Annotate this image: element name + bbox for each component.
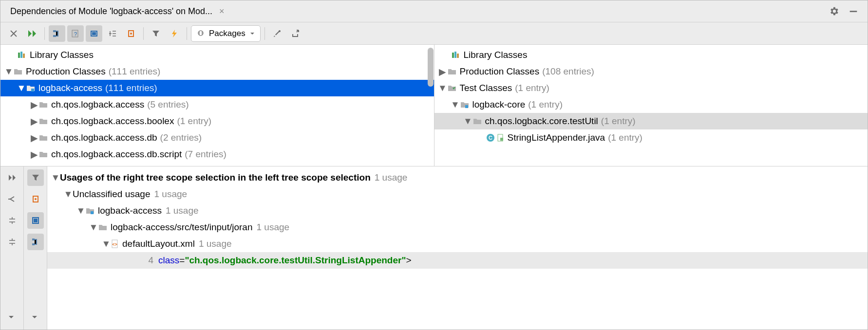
module-icon <box>26 84 36 92</box>
chevron-down-icon: ▼ <box>89 222 98 233</box>
group-by-dropdown[interactable]: Packages <box>191 25 261 42</box>
node-label: ch.qos.logback.core.testUtil <box>485 116 598 127</box>
left-tree-panel: Library Classes ▼ Production Classes (11… <box>0 45 434 166</box>
tree-node-package[interactable]: ▶ ch.qos.logback.access.db.script (7 ent… <box>0 146 434 163</box>
svg-rect-15 <box>452 53 454 58</box>
svg-rect-6 <box>92 32 96 35</box>
separator <box>264 27 265 40</box>
right-tree-panel: Library Classes ▶ Production Classes (10… <box>434 45 868 166</box>
scope-button[interactable] <box>123 25 139 42</box>
svg-rect-0 <box>850 11 857 12</box>
tree-node-library[interactable]: Library Classes <box>434 47 868 63</box>
node-entries: (1 entry) <box>601 116 636 127</box>
svg-point-8 <box>130 33 132 35</box>
close-icon[interactable]: × <box>219 6 225 17</box>
expand-button[interactable] <box>104 25 121 42</box>
usages-module[interactable]: ▼ logback-access 1 usage <box>47 202 868 219</box>
chevron-down-icon: ▼ <box>64 189 73 200</box>
usages-code-line[interactable]: 4 class="ch.qos.logback.core.testUtil.St… <box>47 252 868 269</box>
node-label: ch.qos.logback.access <box>51 99 144 110</box>
usages-heading[interactable]: ▼ Usages of the right tree scope selecti… <box>47 169 868 186</box>
tree-node-test-classes[interactable]: ▼ Test Classes (1 entry) <box>434 80 868 96</box>
scope-button[interactable] <box>27 191 44 207</box>
folder-icon <box>98 223 108 232</box>
svg-rect-17 <box>457 54 459 58</box>
chevron-right-icon: ▶ <box>30 149 38 160</box>
usages-toolbar-primary <box>0 166 24 330</box>
scrollbar[interactable] <box>428 48 434 87</box>
package-icon <box>38 150 48 159</box>
close-button[interactable] <box>5 25 22 42</box>
more-button[interactable] <box>4 310 20 326</box>
export-button[interactable] <box>287 25 304 42</box>
node-label: ch.qos.logback.access.boolex <box>51 116 174 127</box>
node-label: Production Classes <box>26 66 106 77</box>
back-button[interactable] <box>4 191 20 207</box>
tree-node-package[interactable]: ▶ ch.qos.logback.access.db (2 entries) <box>0 129 434 146</box>
svg-rect-18 <box>465 105 468 108</box>
usages-file[interactable]: ▼ <> defaultLayout.xml 1 usage <box>47 236 868 252</box>
module-icon <box>460 100 470 109</box>
collapse-all-button[interactable] <box>4 212 20 229</box>
autoscroll-button[interactable] <box>86 25 102 42</box>
tree-node-package[interactable]: ▶ ch.qos.logback.access (5 entries) <box>0 96 434 113</box>
tree-node-file-stringlistappender[interactable]: C StringListAppender.java (1 entry) <box>434 129 868 146</box>
chevron-down-icon: ▼ <box>451 99 460 110</box>
usages-toolbar-secondary <box>24 166 47 330</box>
package-icon <box>38 100 48 109</box>
node-entries: (7 entries) <box>185 149 226 160</box>
filter-button[interactable] <box>148 25 164 42</box>
node-label: Library Classes <box>30 50 94 60</box>
node-label: ch.qos.logback.access.db.script <box>51 149 182 160</box>
flatten-modules-button[interactable] <box>49 25 65 42</box>
usages-panel: ▼ Usages of the right tree scope selecti… <box>0 166 868 330</box>
rerun-button[interactable] <box>24 25 40 42</box>
node-entries: (1 entry) <box>515 83 549 93</box>
tree-node-module-logback-access[interactable]: ▼ logback-access (111 entries) <box>0 80 434 96</box>
separator <box>44 27 45 40</box>
svg-text:?: ? <box>74 31 77 37</box>
svg-rect-22 <box>500 138 503 141</box>
chevron-down-icon: ▼ <box>438 83 447 93</box>
node-label: Test Classes <box>460 83 512 93</box>
tree-node-package-testutil[interactable]: ▼ ch.qos.logback.core.testUtil (1 entry) <box>434 113 868 129</box>
filter-button[interactable] <box>27 169 44 186</box>
lightning-button[interactable] <box>166 25 183 42</box>
tab-dependencies[interactable]: Dependencies of Module 'logback-access' … <box>4 0 230 22</box>
package-icon <box>472 117 482 126</box>
tree-node-production[interactable]: ▼ Production Classes (111 entries) <box>0 63 434 80</box>
tree-node-library[interactable]: Library Classes <box>0 47 434 63</box>
node-entries: (1 entry) <box>177 116 211 127</box>
minimize-icon[interactable] <box>848 6 859 17</box>
tree-node-module-logback-core[interactable]: ▼ logback-core (1 entry) <box>434 96 868 113</box>
preview-button[interactable] <box>27 212 44 229</box>
usages-tree: ▼ Usages of the right tree scope selecti… <box>47 166 868 330</box>
settings-button[interactable] <box>269 25 285 42</box>
chevron-down-icon: ▼ <box>17 83 26 93</box>
library-icon <box>451 51 461 59</box>
heading-label: Usages of the right tree scope selection… <box>60 172 371 183</box>
next-button[interactable] <box>4 169 20 186</box>
usages-directory[interactable]: ▼ logback-access/src/test/input/joran 1 … <box>47 219 868 236</box>
tree-node-production[interactable]: ▶ Production Classes (108 entries) <box>434 63 868 80</box>
folder-icon <box>13 67 23 76</box>
code-value: ch.qos.logback.core.testUtil.StringListA… <box>189 255 401 266</box>
show-files-button[interactable]: ? <box>67 25 84 42</box>
group-button[interactable] <box>27 234 44 250</box>
java-file-icon <box>497 134 505 142</box>
chevron-right-icon: ▶ <box>438 66 447 77</box>
svg-rect-1 <box>53 30 56 32</box>
svg-point-24 <box>35 198 37 200</box>
usages-unclassified[interactable]: ▼ Unclassified usage 1 usage <box>47 186 868 202</box>
node-entries: (111 entries) <box>105 83 157 93</box>
gear-icon[interactable] <box>829 6 839 17</box>
more-button[interactable] <box>27 310 44 326</box>
node-entries: (108 entries) <box>542 66 594 77</box>
node-entries: (1 entry) <box>608 132 642 143</box>
node-label: StringListAppender.java <box>508 132 605 143</box>
expand-all-button[interactable] <box>4 234 20 250</box>
chevron-down-icon: ▼ <box>51 172 60 183</box>
svg-rect-28 <box>32 243 35 245</box>
tree-node-package[interactable]: ▶ ch.qos.logback.access.boolex (1 entry) <box>0 113 434 129</box>
node-entries: (5 entries) <box>147 99 189 110</box>
